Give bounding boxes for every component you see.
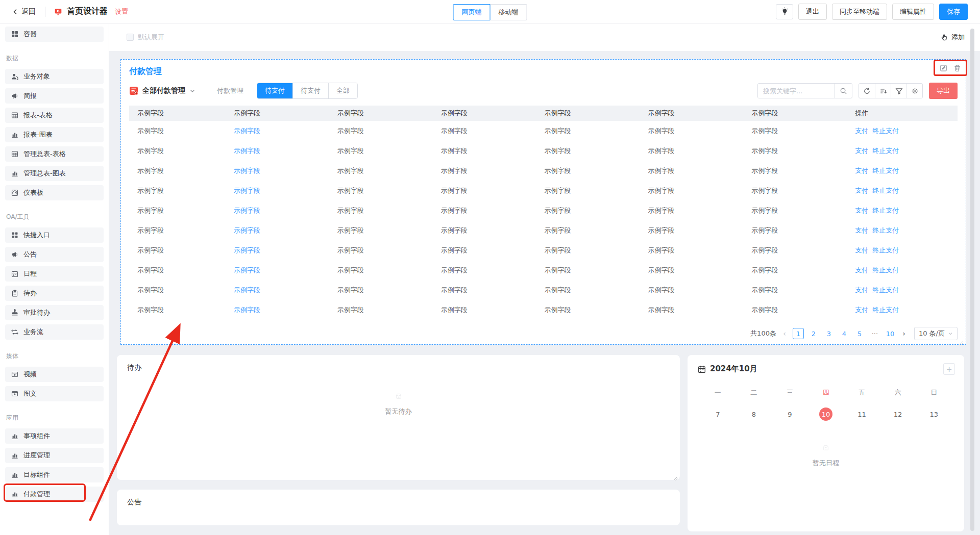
search-icon[interactable]	[835, 84, 852, 98]
sidebar-item-summary-table[interactable]: 管理总表-表格	[5, 146, 104, 162]
sort-icon[interactable]	[875, 84, 891, 98]
action-link[interactable]: 支付	[855, 266, 868, 275]
theme-bulb-button[interactable]	[776, 4, 793, 19]
sidebar-item-dashboard[interactable]: 仪表板	[5, 185, 104, 200]
sidebar-item-workflow[interactable]: 业务流	[5, 324, 104, 340]
calendar-date-cell[interactable]: 10	[808, 407, 844, 421]
table-cell[interactable]: 示例字段	[233, 226, 336, 235]
page-5[interactable]: 5	[854, 328, 865, 339]
table-cell[interactable]: 示例字段	[233, 146, 336, 156]
data-source-select[interactable]: 全部付款管理	[129, 86, 195, 95]
page-4[interactable]: 4	[839, 328, 850, 339]
sidebar-item-matter-component[interactable]: 事项组件	[5, 428, 104, 444]
resize-handle[interactable]	[959, 338, 964, 342]
table-cell[interactable]: 示例字段	[233, 246, 336, 255]
next-page-icon[interactable]: ›	[900, 329, 908, 338]
todo-widget[interactable]: 待办 暂无待办	[117, 355, 680, 480]
settings-link[interactable]: 设置	[115, 7, 128, 16]
table-cell[interactable]: 示例字段	[233, 305, 336, 315]
filter-icon[interactable]	[891, 84, 906, 98]
sidebar-item-quick-entry[interactable]: 快捷入口	[5, 227, 104, 243]
action-link[interactable]: 支付	[855, 166, 868, 175]
page-1[interactable]: 1	[793, 328, 804, 339]
sidebar-item-schedule[interactable]: 日程	[5, 266, 104, 282]
table-cell[interactable]: 示例字段	[233, 186, 336, 195]
sidebar-item-briefing[interactable]: 简报	[5, 88, 104, 104]
search-input[interactable]	[758, 84, 835, 98]
calendar-date-cell[interactable]: 11	[844, 407, 880, 421]
action-link[interactable]: 终止支付	[872, 206, 899, 215]
edit-widget-icon[interactable]	[940, 64, 947, 72]
table-cell[interactable]: 示例字段	[233, 266, 336, 275]
page-3[interactable]: 3	[823, 328, 835, 339]
table-cell[interactable]: 示例字段	[233, 166, 336, 175]
calendar-date-cell[interactable]: 8	[736, 407, 772, 421]
action-link[interactable]: 终止支付	[872, 305, 899, 315]
back-button[interactable]: 返回	[12, 7, 36, 16]
tab-mobile[interactable]: 移动端	[490, 4, 527, 20]
tab-web[interactable]: 网页端	[453, 4, 491, 20]
sidebar-item-video[interactable]: 视频	[5, 367, 104, 382]
page-10[interactable]: 10	[885, 328, 896, 339]
exit-button[interactable]: 退出	[798, 4, 827, 20]
filter-tab-1[interactable]: 待支付	[292, 83, 328, 98]
sidebar-item-image-text[interactable]: 图文	[5, 386, 104, 401]
refresh-icon[interactable]	[859, 84, 875, 98]
action-link[interactable]: 支付	[855, 186, 868, 195]
action-link[interactable]: 支付	[855, 126, 868, 136]
calendar-date-cell[interactable]: 12	[880, 407, 916, 421]
sync-to-mobile-button[interactable]: 同步至移动端	[832, 4, 887, 20]
calendar-date-cell[interactable]: 13	[916, 407, 952, 421]
sidebar-item-todo[interactable]: 待办	[5, 286, 104, 301]
action-link[interactable]: 支付	[855, 246, 868, 255]
table-cell[interactable]: 示例字段	[233, 286, 336, 295]
divider	[45, 7, 45, 17]
resize-handle[interactable]	[673, 473, 678, 478]
edit-properties-button[interactable]: 编辑属性	[892, 4, 934, 20]
page-size-select[interactable]: 10 条/页	[914, 327, 958, 340]
table-cell[interactable]: 示例字段	[233, 126, 336, 136]
page-2[interactable]: 2	[808, 328, 819, 339]
sidebar-item-announcement[interactable]: 公告	[5, 247, 104, 262]
export-button[interactable]: 导出	[929, 83, 958, 99]
action-link[interactable]: 终止支付	[872, 146, 899, 156]
delete-widget-icon[interactable]	[953, 64, 961, 72]
sidebar-item-report-table[interactable]: 报表-表格	[5, 108, 104, 123]
add-schedule-button[interactable]: +	[943, 363, 955, 375]
action-link[interactable]: 支付	[855, 286, 868, 295]
action-link[interactable]: 终止支付	[872, 166, 899, 175]
prev-page-icon[interactable]: ‹	[780, 329, 789, 338]
filter-tab-0[interactable]: 待支付	[257, 83, 292, 98]
gear-icon[interactable]	[906, 84, 922, 98]
action-link[interactable]: 终止支付	[872, 246, 899, 255]
add-component-button[interactable]: 添加	[941, 33, 965, 42]
filter-tab-2[interactable]: 全部	[328, 83, 357, 98]
action-link[interactable]: 支付	[855, 146, 868, 156]
payment-management-widget[interactable]: 付款管理 全部付款管理 付款管理 待支付待支付全部	[120, 59, 966, 345]
vertical-scrollbar[interactable]	[970, 29, 974, 531]
sidebar-item-progress-management[interactable]: 进度管理	[5, 448, 104, 463]
action-link[interactable]: 终止支付	[872, 186, 899, 195]
notice-widget[interactable]: 公告	[117, 490, 680, 525]
action-link[interactable]: 支付	[855, 226, 868, 235]
table-cell: 示例字段	[750, 146, 854, 156]
sidebar-item-container[interactable]: 容器	[5, 27, 104, 42]
sidebar-item-goal-component[interactable]: 目标组件	[5, 467, 104, 482]
default-expand-checkbox[interactable]: 默认展开	[127, 33, 164, 42]
sidebar-item-business-object[interactable]: 业务对象	[5, 69, 104, 84]
action-link[interactable]: 终止支付	[872, 126, 899, 136]
sidebar-item-summary-chart[interactable]: 管理总表-图表	[5, 166, 104, 181]
save-button[interactable]: 保存	[939, 4, 968, 20]
calendar-date-cell[interactable]: 9	[772, 407, 808, 421]
action-link[interactable]: 终止支付	[872, 286, 899, 295]
sidebar-item-report-chart[interactable]: 报表-图表	[5, 127, 104, 142]
action-link[interactable]: 终止支付	[872, 226, 899, 235]
calendar-widget[interactable]: 2024年10月 + 一二三四五六日 78910111213 暂无日程	[688, 355, 964, 531]
action-link[interactable]: 支付	[855, 305, 868, 315]
sidebar-item-approval-todo[interactable]: 审批待办	[5, 305, 104, 320]
calendar-date-cell[interactable]: 7	[700, 407, 736, 421]
sidebar-item-payment-management[interactable]: 付款管理	[5, 487, 104, 502]
action-link[interactable]: 支付	[855, 206, 868, 215]
action-link[interactable]: 终止支付	[872, 266, 899, 275]
table-cell[interactable]: 示例字段	[233, 206, 336, 215]
